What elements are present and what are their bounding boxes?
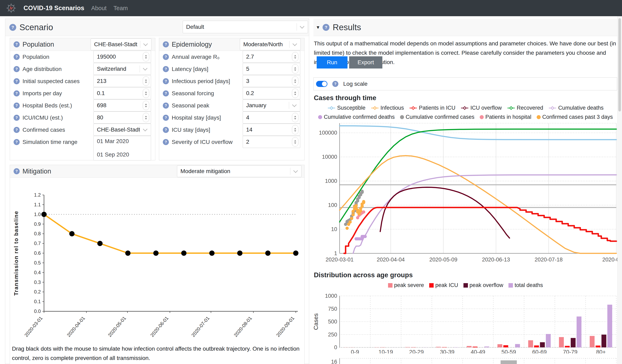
help-icon[interactable]: ? (14, 115, 20, 121)
imports-per-day-input[interactable]: 0.1 (94, 87, 151, 99)
latency-days-input[interactable]: 5 (243, 63, 300, 75)
help-icon[interactable]: ? (163, 54, 169, 60)
mitigation-drag-dot[interactable] (153, 250, 158, 256)
app-title: COVID-19 Scenarios (23, 4, 84, 12)
run-button[interactable]: Run (317, 56, 348, 69)
mitigation-preset-select[interactable]: Moderate mitigation (177, 165, 301, 177)
mitigation-drag-dot[interactable] (181, 250, 187, 256)
stepper-icon[interactable] (292, 113, 298, 122)
legend-item-patients-in-icu[interactable]: Patients in ICU (409, 105, 455, 111)
svg-text:2020-08-01: 2020-08-01 (233, 315, 253, 338)
collapse-caret-icon[interactable]: ▾ (317, 24, 319, 30)
stepper-icon[interactable] (292, 64, 298, 74)
help-icon[interactable]: ? (163, 66, 169, 72)
export-button[interactable]: Export (349, 56, 382, 69)
range-start[interactable]: 01 Mar 2020 (94, 138, 129, 145)
help-icon[interactable]: ? (14, 168, 20, 174)
line-marker-icon (461, 106, 469, 110)
field-label: Annual average R₀ (172, 54, 220, 60)
legend-item-confirmed-cases-past-3-days[interactable]: Confirmed cases past 3 days (537, 114, 613, 120)
help-icon[interactable]: ? (14, 78, 20, 84)
mitigation-drag-dot[interactable] (69, 231, 75, 236)
age-distribution-select[interactable]: Switzerland (94, 63, 151, 75)
mitigation-drag-dot[interactable] (293, 250, 298, 256)
help-icon[interactable]: ? (14, 127, 20, 133)
confirmed-cases-select[interactable]: CHE-Basel-Stadt (94, 124, 151, 136)
square-marker-icon (508, 283, 513, 287)
infectious-period-days-input[interactable]: 3 (243, 75, 300, 87)
help-icon[interactable]: ? (14, 90, 20, 96)
legend-item-patients-in-hospital[interactable]: Patients in hospital (480, 114, 531, 120)
annual-average-r-input[interactable]: 2.7 (243, 51, 300, 63)
help-icon[interactable]: ? (163, 127, 169, 133)
epidemiology-preset-select[interactable]: Moderate/North (240, 38, 301, 50)
legend-item-susceptible[interactable]: Susceptible (328, 105, 366, 111)
scenario-preset-select[interactable]: Default (183, 21, 308, 33)
initial-suspected-cases-input[interactable]: 213 (94, 75, 151, 87)
help-icon[interactable]: ? (14, 103, 20, 109)
virus-logo-icon[interactable] (6, 3, 17, 14)
range-end[interactable]: 01 Sep 2020 (94, 151, 129, 158)
help-icon[interactable]: ? (163, 78, 169, 84)
mitigation-drag-dot[interactable] (237, 250, 242, 256)
help-icon[interactable]: ? (332, 81, 338, 87)
stepper-icon[interactable] (292, 52, 298, 61)
legend-item-peak-overflow[interactable]: peak overflow (464, 282, 503, 288)
legend-item-total-deaths[interactable]: total deaths (508, 282, 543, 288)
cases-chart[interactable]: 1101001000100001000002020-03-012020-04-0… (313, 122, 618, 264)
age-chart[interactable]: 02505007501000Cases0-910-1920-2930-3940-… (313, 290, 618, 353)
seasonal-peak-select[interactable]: January (243, 99, 300, 112)
help-icon[interactable]: ? (14, 54, 20, 60)
stepper-icon[interactable] (292, 89, 298, 98)
stepper-icon[interactable] (292, 137, 298, 147)
nav-link-about[interactable]: About (91, 5, 107, 12)
stepper-icon[interactable] (143, 113, 149, 122)
page-scrollbar[interactable] (617, 16, 622, 364)
scenario-title: Scenario (19, 22, 53, 32)
population-preset-select[interactable]: CHE-Basel-Stadt (91, 38, 152, 50)
help-icon[interactable]: ? (163, 115, 169, 121)
seasonal-forcing-input[interactable]: 0.2 (243, 87, 300, 99)
simulation-time-range-input[interactable]: 01 Mar 202001 Sep 2020 (94, 136, 151, 160)
mitigation-drag-dot[interactable] (209, 250, 214, 256)
help-icon[interactable]: ? (163, 103, 169, 109)
partial-chart[interactable]: 16 (313, 357, 618, 364)
population-input[interactable]: 195000 (94, 51, 151, 63)
severity-of-icu-overflow-input[interactable]: 2 (243, 136, 300, 148)
help-icon[interactable]: ? (14, 139, 20, 145)
hospital-beds-est-input[interactable]: 698 (94, 99, 151, 112)
legend-item-peak-severe[interactable]: peak severe (388, 282, 424, 288)
legend-item-cumulative-confirmed-cases[interactable]: Cumulative confirmed cases (400, 114, 474, 120)
icu-stay-days-input[interactable]: 14 (243, 124, 300, 136)
help-icon[interactable]: ? (163, 139, 169, 145)
stepper-icon[interactable] (292, 77, 298, 86)
legend-item-cumulative-confirmed-deaths[interactable]: Cumulative confirmed deaths (318, 114, 395, 120)
stepper-icon[interactable] (143, 101, 149, 110)
legend-item-recovered[interactable]: Recovered (507, 105, 543, 111)
legend-item-infectious[interactable]: Infectious (371, 105, 404, 111)
legend-item-peak-icu[interactable]: peak ICU (429, 282, 458, 288)
hospital-stay-days-input[interactable]: 4 (243, 112, 300, 124)
help-icon[interactable]: ? (9, 24, 16, 31)
mitigation-drag-dot[interactable] (125, 250, 131, 256)
legend-item-icu-overflow[interactable]: ICU overflow (461, 105, 502, 111)
help-icon[interactable]: ? (163, 41, 169, 47)
log-scale-toggle[interactable] (316, 81, 328, 87)
icu-icmu-est-input[interactable]: 80 (94, 112, 151, 124)
mitigation-drag-dot[interactable] (97, 241, 103, 246)
help-icon[interactable]: ? (14, 41, 20, 47)
stepper-icon[interactable] (143, 77, 149, 86)
mitigation-drag-dot[interactable] (265, 250, 271, 256)
stepper-icon[interactable] (143, 89, 149, 98)
dot-marker-icon (318, 115, 322, 119)
stepper-icon[interactable] (292, 125, 298, 134)
help-icon[interactable]: ? (163, 90, 169, 96)
nav-link-team[interactable]: Team (114, 5, 128, 12)
legend-item-cumulative-deaths[interactable]: Cumulative deaths (548, 105, 603, 111)
help-icon[interactable]: ? (323, 24, 330, 31)
mitigation-drag-dot[interactable] (41, 212, 47, 217)
help-icon[interactable]: ? (14, 66, 20, 72)
stepper-icon[interactable] (143, 52, 149, 61)
field-label: Simulation time range (22, 139, 78, 145)
mitigation-chart[interactable]: 0.00.10.20.30.40.50.60.70.80.91.01.11.22… (10, 179, 304, 339)
